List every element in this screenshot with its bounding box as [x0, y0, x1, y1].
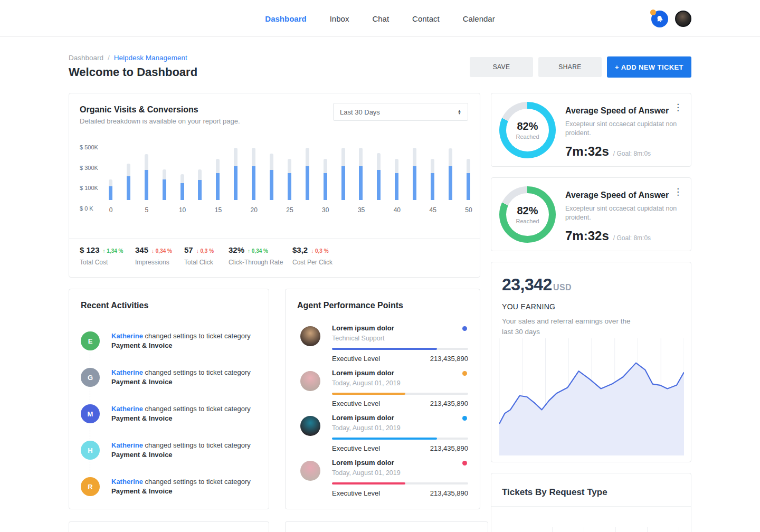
save-button[interactable]: SAVE	[470, 57, 533, 77]
nav-links: DashboardInboxChatContactCalendar	[0, 0, 760, 37]
bar-value-segment	[341, 166, 345, 200]
nav-item-chat[interactable]: Chat	[372, 14, 389, 23]
x-axis-label: 25	[284, 206, 296, 214]
notification-button[interactable]	[650, 10, 668, 27]
kebab-menu-icon[interactable]: ⋮	[673, 104, 682, 111]
y-axis-label: $ 0 K	[80, 205, 98, 212]
bar	[341, 144, 345, 200]
agent-body: Lorem ipsum dolorToday, August 01, 2019E…	[332, 414, 468, 452]
nav-item-calendar[interactable]: Calendar	[463, 14, 495, 23]
organic-visits-title: Organic Visits & Conversions	[80, 105, 198, 115]
bar-value-segment	[359, 166, 363, 200]
select-arrows-icon: ▲▼	[458, 109, 461, 115]
speed-goal-label: / Goal: 8m:0s	[613, 234, 651, 242]
bar-value-segment	[467, 173, 470, 200]
breadcrumb-helpdesk-management[interactable]: Helpdesk Management	[114, 54, 187, 62]
nav-item-inbox[interactable]: Inbox	[330, 14, 349, 23]
recent-activities-title: Recent Activities	[81, 301, 148, 310]
agent-name: Lorem ipsum dolor	[332, 324, 468, 332]
speed-card-title: Average Speed of Answer	[565, 191, 669, 200]
stat-label: Total Click	[184, 259, 214, 266]
dashboard-page: DashboardInboxChatContactCalendar Dashbo…	[0, 0, 760, 532]
user-avatar[interactable]	[675, 11, 691, 27]
agent-subtitle: Today, August 01, 2019	[332, 424, 468, 432]
date-range-select[interactable]: Last 30 Days ▲▼	[333, 103, 468, 121]
divider	[491, 506, 691, 507]
gridline	[647, 527, 648, 532]
stat-total-click: 57↓ 0,3 %Total Click	[184, 245, 214, 266]
stat-value-row: 57↓ 0,3 %	[184, 245, 214, 254]
activity-text: Katherine changed settings to ticket cat…	[111, 477, 251, 496]
agent-level-label: Executive Level	[332, 400, 380, 407]
agent-progress-fill	[332, 438, 437, 440]
agent-points-value: 213,435,890	[430, 400, 468, 407]
speed-cards: 82%ReachedAverage Speed of Answer⋮Except…	[491, 93, 691, 251]
stat-cost-per-click: $3,2↓ 0,3 %Cost Per Click	[292, 245, 332, 266]
bar-chart-y-axis: $ 500K$ 300K$ 100K$ 0 K	[80, 144, 98, 212]
share-button[interactable]: SHARE	[538, 57, 602, 77]
activity-item: GKatherine changed settings to ticket ca…	[81, 368, 259, 404]
bar-value-segment	[198, 180, 202, 200]
agent-item: Lorem ipsum dolorTechnical SupportExecut…	[300, 324, 468, 369]
speed-card-description: Excepteur sint occaecat cupidatat non pr…	[565, 120, 680, 138]
agent-name: Lorem ipsum dolor	[332, 459, 468, 467]
activity-target: Payment & Invoice	[111, 341, 173, 349]
bottom-card-stub	[285, 521, 488, 532]
recent-activities-card: Recent Activities EKatherine changed set…	[69, 289, 269, 509]
stat-value: 32%	[229, 245, 244, 254]
agent-progress-track	[332, 482, 468, 484]
stat-label: Cost Per Click	[292, 259, 332, 266]
bar-value-segment	[180, 183, 184, 200]
activity-text: Katherine changed settings to ticket cat…	[111, 331, 251, 350]
agent-progress-track	[332, 438, 468, 440]
breadcrumb-separator: /	[108, 54, 110, 62]
speed-card-description: Excepteur sint occaecat cupidatat non pr…	[565, 204, 680, 222]
activity-avatar: G	[81, 368, 100, 387]
agent-item: Lorem ipsum dolorToday, August 01, 2019E…	[300, 414, 468, 459]
earnings-heading: YOU EARNING	[502, 302, 555, 311]
speed-time-value: 7m:32s	[565, 229, 609, 243]
speed-donut-chart: 82%Reached	[499, 102, 556, 158]
activity-target: Payment & Invoice	[111, 414, 173, 422]
agent-progress-fill	[332, 348, 437, 350]
agent-progress-fill	[332, 393, 405, 395]
average-speed-card-2: 82%ReachedAverage Speed of Answer⋮Except…	[491, 177, 691, 251]
activity-user-link[interactable]: Katherine	[111, 405, 143, 413]
donut-reached-label: Reached	[516, 218, 539, 224]
stat-value-row: 32%↑ 0,34 %	[229, 245, 283, 254]
bar	[270, 144, 273, 200]
donut-center-label: 82%Reached	[499, 186, 556, 243]
gridline	[615, 527, 616, 532]
donut-reached-label: Reached	[516, 134, 539, 140]
breadcrumb-dashboard[interactable]: Dashboard	[69, 54, 103, 62]
activity-user-link[interactable]: Katherine	[111, 441, 143, 449]
x-axis-label: 40	[391, 206, 403, 214]
bar	[413, 144, 416, 200]
page-title: Welcome to Dashboard	[69, 65, 197, 79]
bar	[198, 144, 202, 200]
activity-avatar: M	[81, 404, 100, 423]
bar-value-segment	[109, 186, 112, 201]
bar-value-segment	[163, 179, 166, 200]
bar	[306, 144, 309, 200]
activity-user-link[interactable]: Katherine	[111, 368, 143, 376]
speed-time-value: 7m:32s	[565, 144, 609, 159]
notification-badge	[650, 10, 656, 15]
earnings-amount-row: 23,342 USD	[502, 275, 572, 294]
agent-level-row: Executive Level213,435,890	[332, 400, 468, 407]
nav-item-dashboard[interactable]: Dashboard	[265, 14, 306, 23]
add-new-ticket-button[interactable]: + ADD NEW TICKET	[607, 56, 691, 78]
bar-value-segment	[431, 173, 434, 200]
activity-user-link[interactable]: Katherine	[111, 478, 143, 486]
nav-item-contact[interactable]: Contact	[412, 14, 440, 23]
bar	[234, 144, 238, 200]
speed-time-row: 7m:32s/ Goal: 8m:0s	[565, 229, 651, 243]
y-axis-label: $ 100K	[80, 185, 98, 191]
x-axis-label: 45	[427, 206, 439, 214]
agent-item: Lorem ipsum dolorToday, August 01, 2019E…	[300, 369, 468, 414]
activity-user-link[interactable]: Katherine	[111, 332, 143, 340]
kebab-menu-icon[interactable]: ⋮	[673, 188, 682, 196]
x-axis-label: 35	[356, 206, 367, 214]
activity-target: Payment & Invoice	[111, 451, 173, 459]
agent-level-row: Executive Level213,435,890	[332, 444, 468, 452]
